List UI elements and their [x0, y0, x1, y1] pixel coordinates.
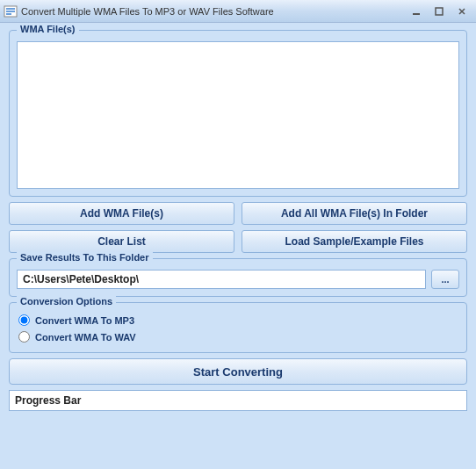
button-row-2: Clear List Load Sample/Example Files — [9, 230, 467, 253]
file-list-label: WMA File(s) — [17, 24, 79, 34]
radio-wav[interactable] — [18, 331, 30, 343]
svg-rect-3 — [6, 13, 11, 15]
button-row-1: Add WMA File(s) Add All WMA File(s) In F… — [9, 202, 467, 225]
conversion-options-label: Conversion Options — [17, 296, 116, 307]
window-title: Convert Multiple WMA Files To MP3 or WAV… — [21, 6, 406, 17]
progress-label: Progress Bar — [15, 394, 81, 407]
file-list[interactable] — [17, 41, 459, 189]
add-files-button[interactable]: Add WMA File(s) — [9, 202, 234, 225]
radio-wav-label: Convert WMA To WAV — [35, 332, 136, 343]
radio-mp3-row: Convert WMA To MP3 — [17, 312, 459, 328]
clear-list-button[interactable]: Clear List — [9, 230, 234, 253]
client-area: WMA File(s) Add WMA File(s) Add All WMA … — [0, 23, 476, 469]
save-path-input[interactable] — [17, 270, 426, 289]
close-button[interactable] — [451, 4, 472, 18]
start-converting-button[interactable]: Start Converting — [9, 358, 467, 385]
save-folder-label: Save Results To This Folder — [17, 252, 153, 263]
conversion-options-group: Conversion Options Convert WMA To MP3 Co… — [9, 302, 467, 353]
titlebar: Convert Multiple WMA Files To MP3 or WAV… — [0, 0, 476, 23]
file-list-group: WMA File(s) — [9, 30, 467, 197]
add-folder-button[interactable]: Add All WMA File(s) In Folder — [242, 202, 467, 225]
progress-bar: Progress Bar — [9, 390, 467, 411]
maximize-button[interactable] — [429, 4, 450, 18]
load-sample-button[interactable]: Load Sample/Example Files — [242, 230, 467, 253]
app-icon — [4, 4, 18, 18]
path-row: ... — [17, 270, 459, 289]
svg-rect-1 — [6, 8, 15, 10]
radio-mp3[interactable] — [18, 314, 30, 326]
svg-rect-4 — [413, 13, 420, 15]
window-controls — [406, 4, 472, 18]
minimize-button[interactable] — [406, 4, 427, 18]
radio-wav-row: Convert WMA To WAV — [17, 328, 459, 345]
radio-mp3-label: Convert WMA To MP3 — [35, 315, 134, 326]
svg-rect-2 — [6, 11, 15, 12]
browse-button[interactable]: ... — [431, 270, 459, 289]
svg-rect-5 — [436, 8, 443, 15]
save-folder-group: Save Results To This Folder ... — [9, 258, 467, 297]
